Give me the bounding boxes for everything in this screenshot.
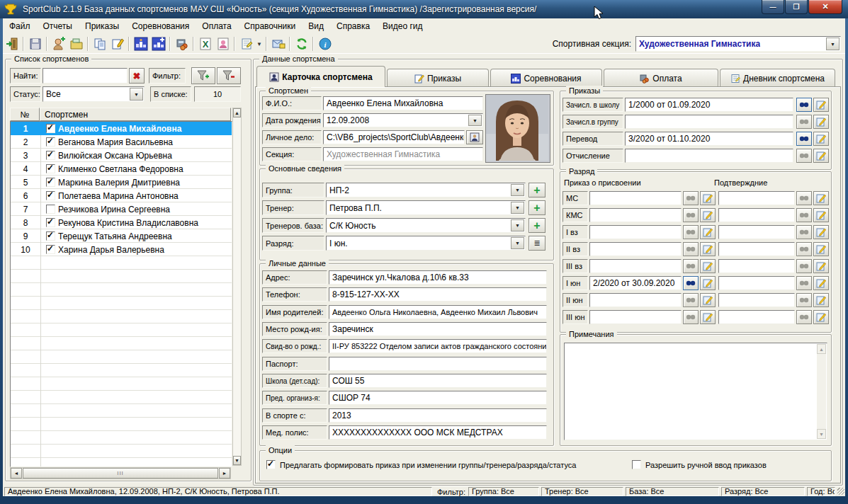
rank-confirm-input[interactable] <box>718 225 795 239</box>
edit-order-button[interactable] <box>813 132 829 146</box>
edit-order-button[interactable] <box>813 98 829 112</box>
view-confirm-order-button[interactable] <box>796 225 812 239</box>
view-order-button[interactable] <box>796 149 812 163</box>
menu-reports[interactable]: Отчеты <box>37 19 79 34</box>
manual-orders-checkbox[interactable] <box>632 460 641 469</box>
notes-textarea[interactable]: ▲ ▼ <box>564 343 827 440</box>
view-confirm-order-button[interactable] <box>796 293 812 307</box>
vertical-scrollbar[interactable]: ▲ ▼ <box>232 108 242 466</box>
edit-confirm-order-button[interactable] <box>813 276 829 290</box>
edit-confirm-order-button[interactable] <box>813 191 829 205</box>
chevron-down-icon[interactable]: ▼ <box>511 202 524 214</box>
expel-input[interactable] <box>625 149 793 163</box>
birthplace-input[interactable]: Заречинск <box>329 322 547 336</box>
view-confirm-order-button[interactable] <box>796 191 812 205</box>
enroll-group-input[interactable] <box>625 115 793 129</box>
edit-rank-order-button[interactable] <box>700 293 716 307</box>
rank-assign-input[interactable] <box>589 208 682 222</box>
enroll-school-input[interactable]: 1/2000 от 01.09.2020 <box>625 98 793 112</box>
rank-assign-input[interactable] <box>589 259 682 273</box>
rank-history-button[interactable]: ≣ <box>528 236 545 251</box>
athlete-checkbox[interactable] <box>46 137 55 147</box>
chevron-down-icon[interactable]: ▼ <box>511 219 524 231</box>
archive-icon[interactable] <box>67 35 85 52</box>
birthdate-combobox[interactable]: 12.09.2008 ▼ <box>323 113 483 127</box>
rank-confirm-input[interactable] <box>718 242 795 256</box>
view-order-button[interactable] <box>796 115 812 129</box>
copy-icon[interactable] <box>91 35 108 52</box>
tab-orders[interactable]: Приказы <box>387 69 489 87</box>
rank-combobox[interactable]: I юн. ▼ <box>326 236 526 251</box>
edit-rank-order-button[interactable] <box>700 225 716 239</box>
birth-certificate-input[interactable]: II-РУ 853222 Отделом записи актов гражда… <box>329 339 547 353</box>
add-base-button[interactable]: + <box>528 218 545 233</box>
info-icon[interactable]: i <box>316 35 334 52</box>
view-confirm-order-button[interactable] <box>796 276 812 290</box>
view-rank-order-button[interactable] <box>683 242 699 256</box>
view-rank-order-button[interactable] <box>683 191 699 205</box>
rank-confirm-input[interactable] <box>718 191 795 205</box>
horizontal-scrollbar[interactable]: ◄ III ► <box>10 467 231 479</box>
school-input[interactable]: СОШ 55 <box>329 374 547 388</box>
rank-confirm-input[interactable] <box>718 310 795 324</box>
add-athlete-icon[interactable] <box>50 35 67 52</box>
rank-assign-input[interactable]: 2/2020 от 30.09.2020 <box>589 276 682 290</box>
add-trainer-button[interactable]: + <box>528 200 545 215</box>
table-row[interactable]: 2 Веганова Мария Васильевна <box>11 135 232 149</box>
view-rank-order-button[interactable] <box>683 259 699 273</box>
scroll-down-arrow-icon[interactable]: ▼ <box>817 429 826 439</box>
chevron-down-icon[interactable]: ▼ <box>511 237 524 249</box>
tab-athlete-card[interactable]: Карточка спортсмена <box>256 66 385 87</box>
athlete-checkbox[interactable] <box>46 151 55 160</box>
minimize-button[interactable] <box>762 0 784 14</box>
athlete-checkbox[interactable] <box>46 245 55 254</box>
column-header-num[interactable]: № <box>10 108 40 121</box>
column-header-name[interactable]: Спортсмен <box>40 108 231 121</box>
edit-confirm-order-button[interactable] <box>813 310 829 324</box>
rank-assign-input[interactable] <box>589 225 682 239</box>
phone-input[interactable]: 8-915-127-XX-XX <box>329 287 547 302</box>
table-row[interactable]: 1 Авдеенко Елена Михайловна <box>11 122 232 135</box>
athlete-card-icon[interactable] <box>214 35 232 52</box>
refresh-icon[interactable] <box>293 35 310 52</box>
edit-rank-order-button[interactable] <box>700 310 716 324</box>
trainer-combobox[interactable]: Петрова П.П. ▼ <box>326 200 526 215</box>
save-icon[interactable] <box>26 35 44 52</box>
edit-rank-order-button[interactable] <box>700 242 716 256</box>
menu-orders[interactable]: Приказы <box>79 19 125 34</box>
athlete-checkbox[interactable] <box>46 231 55 241</box>
scroll-up-arrow-icon[interactable]: ▲ <box>817 344 826 354</box>
view-confirm-order-button[interactable] <box>796 242 812 256</box>
athlete-checkbox[interactable] <box>46 218 55 227</box>
view-rank-order-button[interactable] <box>683 310 699 324</box>
edit-rank-order-button[interactable] <box>700 276 716 290</box>
payment-icon[interactable] <box>173 35 191 52</box>
passport-input[interactable] <box>329 357 547 371</box>
table-row[interactable]: 5 Маркина Валерия Дмитриевна <box>11 176 232 189</box>
menu-file[interactable]: Файл <box>3 19 37 34</box>
search-input[interactable] <box>43 68 128 84</box>
exit-icon[interactable] <box>3 35 21 52</box>
scroll-down-arrow-icon[interactable]: ▼ <box>233 456 241 465</box>
rank-assign-input[interactable] <box>589 293 682 307</box>
table-row[interactable]: 9 Терещук Татьяна Андреевна <box>11 229 232 243</box>
rank-assign-input[interactable] <box>589 310 682 324</box>
close-button[interactable] <box>808 0 842 14</box>
menu-view[interactable]: Вид <box>302 19 330 34</box>
menu-references[interactable]: Справочники <box>238 19 303 34</box>
chevron-down-icon[interactable]: ▼ <box>130 88 143 101</box>
resize-grip[interactable] <box>837 488 844 495</box>
table-row[interactable]: 8 Рекунова Кристина Владиславовна <box>11 216 232 229</box>
notes-scrollbar[interactable]: ▲ ▼ <box>817 344 826 439</box>
group-combobox[interactable]: НП-2 ▼ <box>326 183 526 197</box>
view-order-button[interactable] <box>796 132 812 146</box>
view-rank-order-button[interactable] <box>683 276 699 290</box>
filter-add-button[interactable] <box>191 67 215 84</box>
tab-payment[interactable]: Оплата <box>604 69 718 87</box>
transfer-input[interactable]: 3/2020 от 01.10.2020 <box>625 132 793 146</box>
chevron-down-icon[interactable]: ▼ <box>826 38 839 50</box>
menu-payment[interactable]: Оплата <box>196 19 237 34</box>
scroll-up-arrow-icon[interactable]: ▲ <box>233 108 241 118</box>
previous-organization-input[interactable]: СШОР 74 <box>329 391 547 405</box>
athlete-checkbox[interactable] <box>46 191 55 200</box>
